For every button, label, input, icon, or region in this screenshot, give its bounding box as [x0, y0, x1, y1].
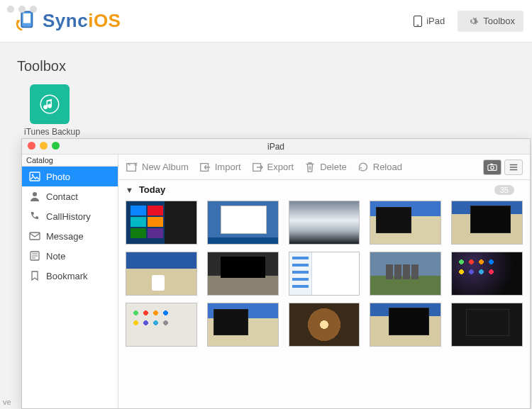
thumbnail-ipad-home-dark-1[interactable] — [451, 252, 523, 296]
thumbnail-windows-desktop[interactable] — [207, 201, 279, 245]
sidebar-item-label: Message — [46, 231, 84, 242]
app-name: SynciOS — [43, 10, 121, 32]
content-pane: New Album Import Export Delete Reload — [118, 155, 530, 408]
list-view-button[interactable] — [504, 159, 523, 175]
export-icon — [251, 161, 264, 174]
thumbnail-office-monitor-1[interactable] — [370, 201, 441, 245]
section-count-badge: 35 — [494, 185, 514, 195]
list-icon — [509, 162, 519, 172]
close-icon[interactable] — [28, 142, 35, 150]
thumbnail-ios-settings[interactable] — [289, 252, 360, 296]
new-album-button[interactable]: New Album — [126, 161, 189, 174]
sidebar-item-bookmark[interactable]: Bookmark — [22, 266, 118, 286]
sidebar-item-note[interactable]: Note — [22, 246, 118, 266]
import-button[interactable]: Import — [199, 161, 241, 174]
version-text: ve — [3, 398, 11, 406]
sidebar-item-label: Bookmark — [46, 271, 88, 281]
catalog-sidebar: Catalog Photo Contact CallHistory — [22, 155, 118, 408]
itunes-backup-label: iTunes Backup — [24, 127, 516, 137]
thumbnail-office-monitor-5[interactable] — [370, 303, 441, 347]
minimize-icon[interactable] — [40, 142, 48, 150]
gear-icon — [466, 15, 479, 28]
thumbnail-stonehenge[interactable] — [370, 252, 441, 296]
sidebar-item-label: Note — [46, 251, 65, 262]
itunes-backup-tile[interactable] — [30, 84, 70, 124]
sidebar-item-callhistory[interactable]: CallHistory — [22, 206, 118, 226]
export-label: Export — [267, 162, 294, 172]
section-header[interactable]: ▼ Today 35 — [118, 180, 530, 199]
tablet-icon — [414, 16, 422, 27]
sidebar-item-message[interactable]: Message — [22, 226, 118, 246]
disclosure-triangle-icon[interactable]: ▼ — [126, 186, 133, 194]
bookmark-icon — [29, 270, 40, 281]
note-icon — [29, 250, 40, 262]
music-note-icon — [39, 94, 60, 115]
reload-icon — [357, 161, 370, 174]
message-icon — [29, 230, 40, 242]
thumbnail-ipad-home-light[interactable] — [126, 303, 197, 347]
thumbnail-windows-start-menu[interactable] — [126, 201, 197, 245]
reload-label: Reload — [373, 162, 402, 172]
thumbnail-office-monitor-3[interactable] — [207, 252, 279, 296]
sidebar-item-photo[interactable]: Photo — [22, 167, 118, 186]
svg-rect-7 — [30, 232, 40, 240]
thumbnail-desk-cup[interactable] — [126, 252, 197, 296]
window-traffic-lights[interactable] — [7, 6, 37, 13]
minimize-dot[interactable] — [18, 6, 26, 13]
svg-point-5 — [32, 174, 34, 177]
camera-icon — [487, 162, 497, 172]
photo-toolbar: New Album Import Export Delete Reload — [118, 155, 530, 180]
thumbnail-office-monitor-4[interactable] — [207, 303, 279, 347]
new-album-icon — [126, 161, 138, 174]
device-window-title: iPad — [267, 142, 284, 152]
svg-rect-4 — [30, 172, 40, 181]
section-label: Today — [139, 184, 165, 195]
svg-point-6 — [33, 192, 37, 196]
new-album-label: New Album — [142, 162, 189, 172]
svg-rect-9 — [127, 163, 136, 171]
reload-button[interactable]: Reload — [357, 161, 402, 174]
photo-icon — [29, 171, 40, 182]
export-button[interactable]: Export — [251, 161, 294, 174]
zoom-dot[interactable] — [30, 6, 37, 13]
contact-icon — [29, 191, 40, 202]
device-window-titlebar[interactable]: iPad — [22, 139, 530, 155]
thumbnail-dark-screen[interactable] — [451, 303, 523, 347]
delete-button[interactable]: Delete — [304, 161, 347, 174]
toolbox-button[interactable]: Toolbox — [458, 11, 523, 32]
close-dot[interactable] — [7, 6, 14, 13]
device-selector[interactable]: iPad — [406, 11, 452, 31]
call-icon — [29, 211, 40, 222]
thumbnail-tunnel-perspective[interactable] — [289, 303, 360, 347]
device-window-traffic-lights[interactable] — [28, 142, 60, 150]
device-label: iPad — [426, 16, 445, 26]
trash-icon — [304, 161, 316, 174]
page-title: Toolbox — [17, 58, 516, 74]
photo-grid — [118, 199, 530, 408]
svg-rect-12 — [488, 164, 497, 170]
svg-point-13 — [491, 166, 494, 169]
device-window: iPad Catalog Photo Contact CallHisto — [21, 138, 531, 409]
svg-rect-14 — [490, 163, 493, 164]
grid-view-button[interactable] — [483, 159, 501, 175]
zoom-icon[interactable] — [52, 142, 60, 150]
sidebar-item-label: Photo — [46, 172, 70, 182]
sidebar-item-label: CallHistory — [46, 211, 91, 222]
sidebar-item-contact[interactable]: Contact — [22, 186, 118, 206]
app-header: SynciOS iPad Toolbox — [0, 0, 532, 43]
import-label: Import — [215, 162, 241, 172]
thumbnail-office-monitor-2[interactable] — [451, 201, 523, 245]
delete-label: Delete — [320, 162, 347, 172]
sidebar-header: Catalog — [22, 155, 118, 167]
main-area: Toolbox iTunes Backup — [0, 43, 532, 145]
toolbox-label: Toolbox — [483, 16, 515, 26]
sidebar-item-label: Contact — [46, 191, 78, 202]
import-icon — [199, 161, 211, 174]
thumbnail-clouds-aerial[interactable] — [289, 201, 360, 245]
svg-rect-1 — [23, 13, 31, 23]
